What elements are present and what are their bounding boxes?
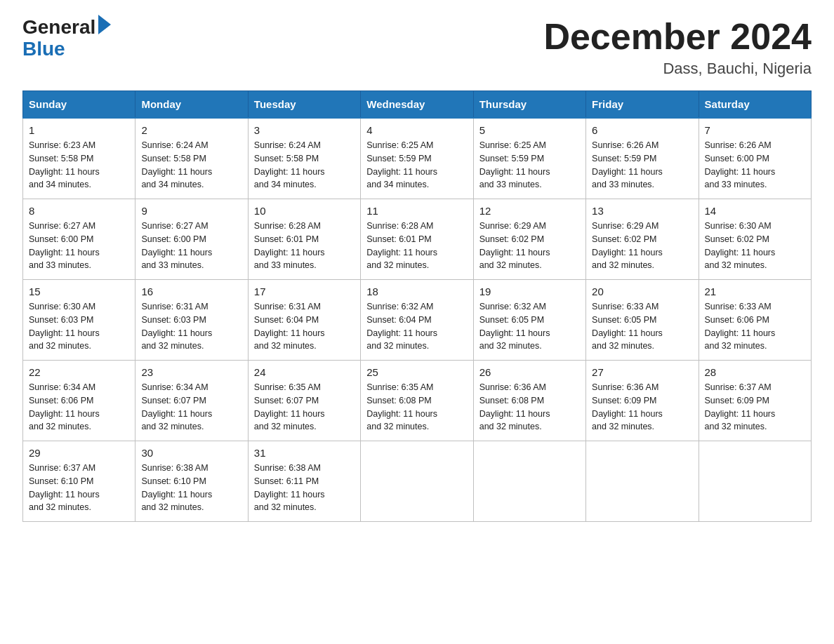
day-info: Sunrise: 6:38 AMSunset: 6:10 PMDaylight:… — [141, 462, 241, 514]
day-info: Sunrise: 6:35 AMSunset: 6:08 PMDaylight:… — [366, 381, 467, 434]
day-info: Sunrise: 6:37 AMSunset: 6:09 PMDaylight:… — [705, 381, 805, 434]
day-info: Sunrise: 6:25 AMSunset: 5:59 PMDaylight:… — [366, 139, 467, 192]
calendar-cell: 22Sunrise: 6:34 AMSunset: 6:06 PMDayligh… — [23, 361, 135, 441]
day-number: 18 — [366, 286, 467, 297]
calendar-cell: 1Sunrise: 6:23 AMSunset: 5:58 PMDaylight… — [23, 118, 135, 199]
day-number: 5 — [479, 124, 580, 136]
day-info: Sunrise: 6:32 AMSunset: 6:05 PMDaylight:… — [479, 300, 580, 353]
day-number: 31 — [254, 447, 355, 459]
day-number: 28 — [705, 366, 805, 378]
day-info: Sunrise: 6:35 AMSunset: 6:07 PMDaylight:… — [254, 381, 355, 434]
day-number: 17 — [254, 286, 355, 297]
day-number: 3 — [254, 124, 355, 136]
day-info: Sunrise: 6:31 AMSunset: 6:03 PMDaylight:… — [141, 300, 241, 353]
day-number: 21 — [705, 286, 805, 297]
calendar-cell: 28Sunrise: 6:37 AMSunset: 6:09 PMDayligh… — [699, 361, 811, 441]
title-block: December 2024 Dass, Bauchi, Nigeria — [543, 17, 812, 78]
day-info: Sunrise: 6:26 AMSunset: 6:00 PMDaylight:… — [705, 139, 805, 192]
logo-general-text: General — [22, 17, 95, 39]
day-number: 30 — [141, 447, 241, 459]
calendar-cell: 18Sunrise: 6:32 AMSunset: 6:04 PMDayligh… — [361, 280, 473, 361]
calendar-cell: 20Sunrise: 6:33 AMSunset: 6:05 PMDayligh… — [586, 280, 699, 361]
page-header: General Blue December 2024 Dass, Bauchi,… — [22, 17, 812, 78]
calendar-cell: 3Sunrise: 6:24 AMSunset: 5:58 PMDaylight… — [248, 118, 360, 199]
day-info: Sunrise: 6:27 AMSunset: 6:00 PMDaylight:… — [29, 220, 129, 272]
day-number: 2 — [141, 124, 241, 136]
column-header-wednesday: Wednesday — [361, 91, 473, 119]
day-number: 27 — [592, 366, 692, 378]
day-info: Sunrise: 6:25 AMSunset: 5:59 PMDaylight:… — [479, 139, 580, 192]
day-number: 9 — [141, 205, 241, 217]
column-header-saturday: Saturday — [699, 91, 811, 119]
day-info: Sunrise: 6:38 AMSunset: 6:11 PMDaylight:… — [254, 462, 355, 514]
day-number: 25 — [366, 366, 467, 378]
day-number: 13 — [592, 205, 692, 217]
day-number: 11 — [366, 205, 467, 217]
calendar-cell: 11Sunrise: 6:28 AMSunset: 6:01 PMDayligh… — [361, 199, 473, 280]
calendar-cell: 6Sunrise: 6:26 AMSunset: 5:59 PMDaylight… — [586, 118, 699, 199]
day-number: 23 — [141, 366, 241, 378]
calendar-cell: 2Sunrise: 6:24 AMSunset: 5:58 PMDaylight… — [135, 118, 248, 199]
day-number: 16 — [141, 286, 241, 297]
day-number: 4 — [366, 124, 467, 136]
month-title: December 2024 — [543, 17, 812, 57]
day-info: Sunrise: 6:30 AMSunset: 6:02 PMDaylight:… — [705, 220, 805, 272]
calendar-week-row: 8Sunrise: 6:27 AMSunset: 6:00 PMDaylight… — [23, 199, 812, 280]
day-info: Sunrise: 6:32 AMSunset: 6:04 PMDaylight:… — [366, 300, 467, 353]
calendar-cell: 19Sunrise: 6:32 AMSunset: 6:05 PMDayligh… — [473, 280, 585, 361]
calendar-cell: 8Sunrise: 6:27 AMSunset: 6:00 PMDaylight… — [23, 199, 135, 280]
day-info: Sunrise: 6:36 AMSunset: 6:09 PMDaylight:… — [592, 381, 692, 434]
calendar-week-row: 29Sunrise: 6:37 AMSunset: 6:10 PMDayligh… — [23, 441, 812, 522]
day-number: 19 — [479, 286, 580, 297]
location-subtitle: Dass, Bauchi, Nigeria — [543, 60, 812, 78]
calendar-cell: 4Sunrise: 6:25 AMSunset: 5:59 PMDaylight… — [361, 118, 473, 199]
calendar-cell: 24Sunrise: 6:35 AMSunset: 6:07 PMDayligh… — [248, 361, 360, 441]
logo-blue-text: Blue — [22, 39, 65, 60]
calendar-cell: 10Sunrise: 6:28 AMSunset: 6:01 PMDayligh… — [248, 199, 360, 280]
day-info: Sunrise: 6:28 AMSunset: 6:01 PMDaylight:… — [254, 220, 355, 272]
day-info: Sunrise: 6:34 AMSunset: 6:06 PMDaylight:… — [29, 381, 129, 434]
calendar-cell: 16Sunrise: 6:31 AMSunset: 6:03 PMDayligh… — [135, 280, 248, 361]
calendar-week-row: 1Sunrise: 6:23 AMSunset: 5:58 PMDaylight… — [23, 118, 812, 199]
calendar-cell: 29Sunrise: 6:37 AMSunset: 6:10 PMDayligh… — [23, 441, 135, 522]
day-info: Sunrise: 6:24 AMSunset: 5:58 PMDaylight:… — [141, 139, 241, 192]
day-number: 1 — [29, 124, 129, 136]
calendar-cell: 7Sunrise: 6:26 AMSunset: 6:00 PMDaylight… — [699, 118, 811, 199]
logo-arrow-icon — [98, 15, 111, 34]
calendar-cell: 23Sunrise: 6:34 AMSunset: 6:07 PMDayligh… — [135, 361, 248, 441]
day-info: Sunrise: 6:26 AMSunset: 5:59 PMDaylight:… — [592, 139, 692, 192]
calendar-cell: 27Sunrise: 6:36 AMSunset: 6:09 PMDayligh… — [586, 361, 699, 441]
calendar-week-row: 15Sunrise: 6:30 AMSunset: 6:03 PMDayligh… — [23, 280, 812, 361]
calendar-cell: 25Sunrise: 6:35 AMSunset: 6:08 PMDayligh… — [361, 361, 473, 441]
day-info: Sunrise: 6:37 AMSunset: 6:10 PMDaylight:… — [29, 462, 129, 514]
day-info: Sunrise: 6:23 AMSunset: 5:58 PMDaylight:… — [29, 139, 129, 192]
day-info: Sunrise: 6:34 AMSunset: 6:07 PMDaylight:… — [141, 381, 241, 434]
calendar-cell — [361, 441, 473, 522]
day-number: 26 — [479, 366, 580, 378]
calendar-cell: 26Sunrise: 6:36 AMSunset: 6:08 PMDayligh… — [473, 361, 585, 441]
day-info: Sunrise: 6:33 AMSunset: 6:06 PMDaylight:… — [705, 300, 805, 353]
calendar-cell: 13Sunrise: 6:29 AMSunset: 6:02 PMDayligh… — [586, 199, 699, 280]
day-info: Sunrise: 6:33 AMSunset: 6:05 PMDaylight:… — [592, 300, 692, 353]
day-number: 10 — [254, 205, 355, 217]
calendar-cell: 30Sunrise: 6:38 AMSunset: 6:10 PMDayligh… — [135, 441, 248, 522]
logo: General Blue — [22, 17, 111, 60]
calendar-week-row: 22Sunrise: 6:34 AMSunset: 6:06 PMDayligh… — [23, 361, 812, 441]
calendar-header-row: SundayMondayTuesdayWednesdayThursdayFrid… — [23, 91, 812, 119]
calendar-cell: 31Sunrise: 6:38 AMSunset: 6:11 PMDayligh… — [248, 441, 360, 522]
calendar-cell — [699, 441, 811, 522]
day-number: 22 — [29, 366, 129, 378]
calendar-cell: 14Sunrise: 6:30 AMSunset: 6:02 PMDayligh… — [699, 199, 811, 280]
calendar-cell: 15Sunrise: 6:30 AMSunset: 6:03 PMDayligh… — [23, 280, 135, 361]
day-info: Sunrise: 6:29 AMSunset: 6:02 PMDaylight:… — [479, 220, 580, 272]
calendar-cell: 21Sunrise: 6:33 AMSunset: 6:06 PMDayligh… — [699, 280, 811, 361]
column-header-monday: Monday — [135, 91, 248, 119]
column-header-thursday: Thursday — [473, 91, 585, 119]
day-number: 24 — [254, 366, 355, 378]
day-number: 29 — [29, 447, 129, 459]
day-info: Sunrise: 6:31 AMSunset: 6:04 PMDaylight:… — [254, 300, 355, 353]
day-number: 7 — [705, 124, 805, 136]
day-number: 14 — [705, 205, 805, 217]
calendar-cell — [586, 441, 699, 522]
day-number: 15 — [29, 286, 129, 297]
